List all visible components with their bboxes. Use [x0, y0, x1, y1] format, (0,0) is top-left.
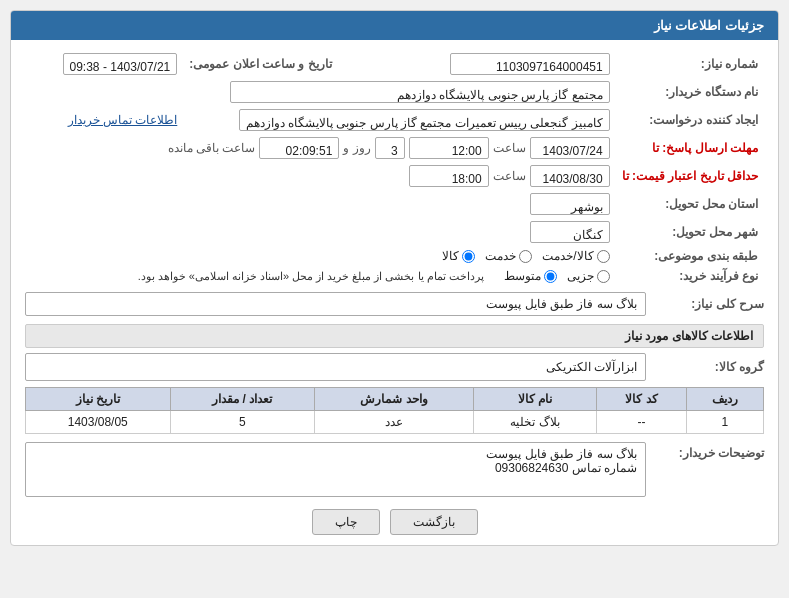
purchase-type-radio-group: جزیی متوسط	[504, 269, 610, 283]
row-category: طبقه بندی موضوعی: کالا/خدمت خدمت کالا	[25, 246, 764, 266]
goods-table: ردیف کد کالا نام کالا واحد شمارش تعداد /…	[25, 387, 764, 434]
description-value: بلاگ سه فاز طبق فایل پیوست	[25, 292, 646, 316]
requester-label: ایجاد کننده درخواست:	[616, 106, 764, 134]
province-label: استان محل تحویل:	[616, 190, 764, 218]
category-option-kala-khedmat[interactable]: کالا/خدمت	[542, 249, 609, 263]
cell-row: 1	[686, 411, 763, 434]
row-price-deadline: حداقل تاریخ اعتبار قیمت: تا 1403/08/30 س…	[25, 162, 764, 190]
card-header: جزئیات اطلاعات نیاز	[11, 11, 778, 40]
request-number-value: 1103097164000451	[450, 53, 610, 75]
buyer-value: مجتمع گاز پارس جنوبی پالایشگاه دوازدهم	[230, 81, 610, 103]
category-label: طبقه بندی موضوعی:	[616, 246, 764, 266]
price-deadline-date: 1403/08/30	[530, 165, 610, 187]
province-value: بوشهر	[530, 193, 610, 215]
buyer-notes-row: توضیحات خریدار: بلاگ سه فاز طبق فایل پیو…	[25, 442, 764, 497]
goods-table-body: 1--بلاگ تخلیهعدد51403/08/05	[26, 411, 764, 434]
col-header-quantity: تعداد / مقدار	[170, 388, 314, 411]
description-row: سرح کلی نیاز: بلاگ سه فاز طبق فایل پیوست	[25, 292, 764, 316]
row-province: استان محل تحویل: بوشهر	[25, 190, 764, 218]
reply-deadline-date: 1403/07/24	[530, 137, 610, 159]
cell-quantity: 5	[170, 411, 314, 434]
goods-group-value: ابزارآلات الکتریکی	[25, 353, 646, 381]
reply-deadline-days: 3	[375, 137, 405, 159]
remaining-label: ساعت باقی مانده	[168, 141, 256, 155]
button-row: بازگشت چاپ	[25, 509, 764, 535]
price-deadline-time: 18:00	[409, 165, 489, 187]
col-header-name: نام کالا	[473, 388, 596, 411]
price-deadline-label: حداقل تاریخ اعتبار قیمت: تا	[616, 162, 764, 190]
reply-deadline-label: مهلت ارسال پاسخ: تا	[616, 134, 764, 162]
row-purchase-type: نوع فرآیند خرید: جزیی متوسط	[25, 266, 764, 286]
col-header-unit: واحد شمارش	[314, 388, 473, 411]
goods-group-label: گروه کالا:	[654, 360, 764, 374]
price-deadline-row: 1403/08/30 ساعت 18:00	[31, 165, 610, 187]
back-button[interactable]: بازگشت	[390, 509, 478, 535]
city-label: شهر محل تحویل:	[616, 218, 764, 246]
description-label: سرح کلی نیاز:	[654, 297, 764, 311]
reply-deadline-row: 1403/07/24 ساعت 12:00 3 روز و 02:09:51 س…	[31, 137, 610, 159]
main-card: جزئیات اطلاعات نیاز شماره نیاز: 11030971…	[10, 10, 779, 546]
buyer-notes-label: توضیحات خریدار:	[654, 442, 764, 460]
row-request-number: شماره نیاز: 1103097164000451 تاریخ و ساع…	[25, 50, 764, 78]
contact-link[interactable]: اطلاعات تماس خریدار	[68, 113, 178, 127]
print-button[interactable]: چاپ	[312, 509, 380, 535]
col-header-code: کد کالا	[597, 388, 687, 411]
time-label-2: ساعت	[493, 169, 526, 183]
info-table: شماره نیاز: 1103097164000451 تاریخ و ساع…	[25, 50, 764, 286]
time-label-1: ساعت	[493, 141, 526, 155]
category-option-khedmat[interactable]: خدمت	[485, 249, 532, 263]
purchase-type-jozi[interactable]: جزیی	[567, 269, 610, 283]
reply-deadline-remaining: 02:09:51	[259, 137, 339, 159]
purchase-type-label: نوع فرآیند خرید:	[616, 266, 764, 286]
cell-unit: عدد	[314, 411, 473, 434]
row-city: شهر محل تحویل: کنگان	[25, 218, 764, 246]
row-buyer: نام دستگاه خریدار: مجتمع گاز پارس جنوبی …	[25, 78, 764, 106]
goods-table-header-row: ردیف کد کالا نام کالا واحد شمارش تعداد /…	[26, 388, 764, 411]
cell-name: بلاگ تخلیه	[473, 411, 596, 434]
card-title: جزئیات اطلاعات نیاز	[654, 18, 764, 33]
purchase-note: پرداخت تمام یا بخشی از مبلغ خرید از محل …	[138, 270, 484, 283]
requester-value: کامبیز گنجعلی رییس تعمیرات مجتمع گاز پار…	[239, 109, 610, 131]
cell-date: 1403/08/05	[26, 411, 171, 434]
col-header-row: ردیف	[686, 388, 763, 411]
row-requester: ایجاد کننده درخواست: کامبیز گنجعلی رییس …	[25, 106, 764, 134]
card-body: شماره نیاز: 1103097164000451 تاریخ و ساع…	[11, 40, 778, 545]
goods-table-head: ردیف کد کالا نام کالا واحد شمارش تعداد /…	[26, 388, 764, 411]
goods-section-title: اطلاعات کالاهای مورد نیاز	[25, 324, 764, 348]
purchase-type-row: جزیی متوسط پرداخت تمام یا بخشی از مبلغ خ…	[31, 269, 610, 283]
city-value: کنگان	[530, 221, 610, 243]
cell-code: --	[597, 411, 687, 434]
days-label: روز و	[343, 141, 370, 155]
row-reply-deadline: مهلت ارسال پاسخ: تا 1403/07/24 ساعت 12:0…	[25, 134, 764, 162]
col-header-date: تاریخ نیاز	[26, 388, 171, 411]
goods-group-row: گروه کالا: ابزارآلات الکتریکی	[25, 353, 764, 381]
request-number-label: شماره نیاز:	[616, 50, 764, 78]
page-wrapper: جزئیات اطلاعات نیاز شماره نیاز: 11030971…	[0, 0, 789, 598]
datetime-label: تاریخ و ساعت اعلان عمومی:	[183, 50, 337, 78]
buyer-notes-value: بلاگ سه فاز طبق فایل پیوست شماره تماس 09…	[25, 442, 646, 497]
category-radio-group: کالا/خدمت خدمت کالا	[31, 249, 610, 263]
buyer-label: نام دستگاه خریدار:	[616, 78, 764, 106]
category-option-kala[interactable]: کالا	[442, 249, 475, 263]
purchase-type-mottavas[interactable]: متوسط	[504, 269, 557, 283]
datetime-value: 1403/07/21 - 09:38	[63, 53, 178, 75]
reply-deadline-time: 12:00	[409, 137, 489, 159]
table-row: 1--بلاگ تخلیهعدد51403/08/05	[26, 411, 764, 434]
